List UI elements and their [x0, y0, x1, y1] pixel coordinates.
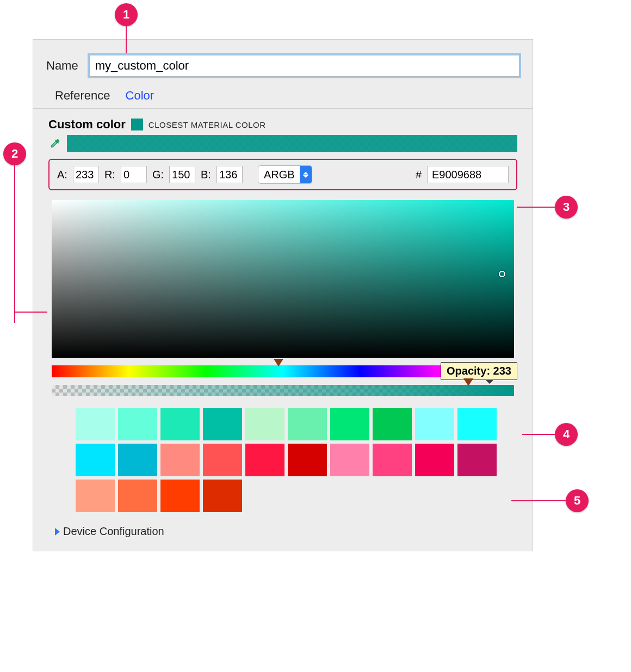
color-swatch[interactable] [160, 480, 200, 512]
custom-color-header: Custom color CLOSEST MATERIAL COLOR [48, 117, 517, 132]
opacity-handle-icon[interactable] [463, 378, 473, 386]
hue-handle-icon[interactable] [274, 359, 283, 366]
material-swatches [76, 408, 517, 512]
color-swatch[interactable] [76, 444, 115, 476]
tab-reference[interactable]: Reference [55, 89, 110, 103]
saturation-value-field[interactable] [52, 200, 514, 358]
color-swatch[interactable] [373, 408, 412, 440]
color-swatch[interactable] [76, 480, 115, 512]
blue-label: B: [201, 169, 211, 181]
eyedropper-icon[interactable] [48, 137, 61, 150]
color-mode-value: ARGB [264, 169, 295, 181]
swatch-row [76, 444, 517, 476]
device-configuration-row[interactable]: Device Configuration [48, 515, 517, 540]
color-swatch[interactable] [76, 408, 115, 440]
color-swatch[interactable] [415, 444, 454, 476]
annotation-4: 4 [555, 423, 578, 446]
color-swatch[interactable] [160, 408, 200, 440]
color-swatch[interactable] [330, 408, 369, 440]
color-swatch[interactable] [415, 408, 454, 440]
color-swatch[interactable] [288, 444, 327, 476]
color-swatch[interactable] [118, 480, 157, 512]
color-preview-bar [67, 135, 517, 152]
color-swatch[interactable] [245, 444, 284, 476]
green-input[interactable] [169, 166, 195, 183]
opacity-tooltip: Opacity: 233 [441, 362, 517, 380]
device-configuration-label: Device Configuration [63, 525, 164, 538]
chevron-updown-icon [300, 166, 312, 183]
color-swatch[interactable] [457, 408, 497, 440]
green-label: G: [152, 169, 164, 181]
alpha-label: A: [57, 169, 67, 181]
alpha-input[interactable] [73, 166, 99, 183]
tab-bar: Reference Color [33, 89, 533, 109]
color-swatch[interactable] [457, 444, 497, 476]
hex-input[interactable] [427, 166, 509, 183]
closest-material-swatch[interactable] [131, 119, 143, 130]
color-mode-select[interactable]: ARGB [258, 165, 312, 184]
annotation-3: 3 [555, 196, 578, 219]
color-swatch[interactable] [373, 444, 412, 476]
disclosure-triangle-icon [55, 528, 60, 536]
sv-cursor-icon [499, 271, 505, 277]
color-swatch[interactable] [288, 408, 327, 440]
annotation-2: 2 [3, 142, 26, 165]
closest-material-label: CLOSEST MATERIAL COLOR [149, 120, 266, 129]
color-resource-panel: Name Reference Color Custom color CLOSES… [33, 39, 533, 551]
red-input[interactable] [121, 166, 147, 183]
color-swatch[interactable] [118, 408, 157, 440]
color-swatch[interactable] [203, 444, 242, 476]
color-swatch[interactable] [203, 408, 242, 440]
annotation-5: 5 [566, 489, 589, 512]
color-swatch[interactable] [203, 480, 242, 512]
color-swatch[interactable] [245, 408, 284, 440]
annotation-1: 1 [115, 3, 138, 26]
red-label: R: [104, 169, 115, 181]
name-label: Name [46, 59, 78, 73]
swatch-row [76, 480, 517, 512]
color-swatch[interactable] [118, 444, 157, 476]
custom-color-title: Custom color [48, 117, 126, 132]
blue-input[interactable] [216, 166, 243, 183]
opacity-slider[interactable]: Opacity: 233 [52, 385, 514, 396]
hex-hash-label: # [416, 169, 422, 181]
tab-color[interactable]: Color [126, 89, 154, 103]
swatch-row [76, 408, 517, 440]
color-swatch[interactable] [330, 444, 369, 476]
name-row: Name [33, 40, 533, 89]
name-input[interactable] [89, 55, 519, 77]
color-swatch[interactable] [160, 444, 200, 476]
argb-value-row: A: R: G: B: ARGB # [48, 159, 517, 190]
